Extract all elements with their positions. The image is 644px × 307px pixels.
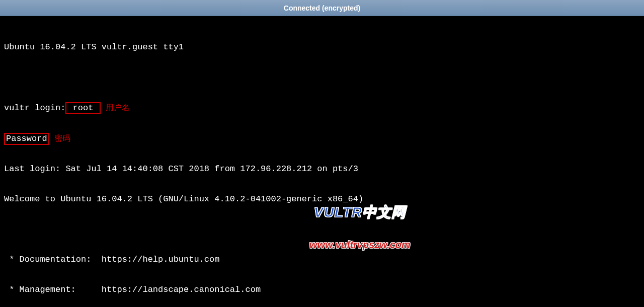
connection-status-text: Connected (encrypted) [284,4,360,12]
terminal-window[interactable]: Ubuntu 16.04.2 LTS vultr.guest tty1 vult… [0,16,644,307]
login-username-box: root [65,102,100,114]
login-line: vultr login: root 用户名 [4,103,640,113]
watermark-title: VULTR中文网 [309,207,411,217]
password-line: Password密码 [4,133,640,144]
os-banner: Ubuntu 16.04.2 LTS vultr.guest tty1 [4,42,640,52]
password-annotation: 密码 [54,134,70,142]
login-prompt-label: vultr login: [4,103,65,113]
welcome-line: Welcome to Ubuntu 16.04.2 LTS (GNU/Linux… [4,194,640,204]
blank-line [4,72,640,83]
blank-line [4,224,640,235]
password-prompt-box: Password [4,133,49,145]
username-annotation: 用户名 [106,103,130,112]
watermark-url: www.vultrvpszw.com [309,240,411,250]
connection-title-bar: Connected (encrypted) [0,0,644,16]
documentation-line: * Documentation: https://help.ubuntu.com [4,255,640,265]
last-login-line: Last login: Sat Jul 14 14:40:08 CST 2018… [4,164,640,174]
management-line: * Management: https://landscape.canonica… [4,285,640,295]
